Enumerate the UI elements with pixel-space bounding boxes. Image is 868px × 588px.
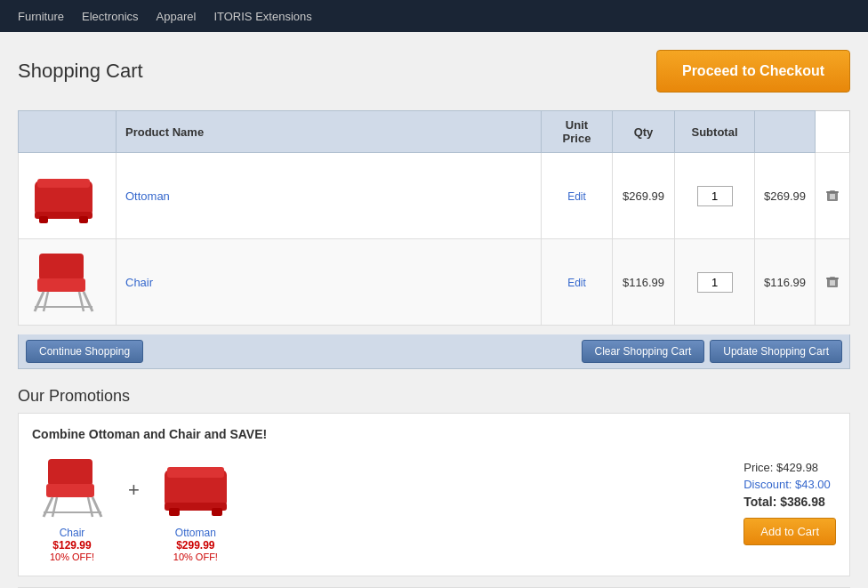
svg-line-13 [35, 292, 44, 311]
svg-rect-32 [167, 467, 224, 478]
combo-price-label: Price: [743, 461, 773, 474]
chair-image [28, 246, 99, 318]
col-qty: Qty [613, 111, 675, 153]
svg-line-27 [92, 497, 101, 517]
promotions-title: Our Promotions [18, 387, 850, 406]
svg-line-26 [44, 497, 52, 517]
chair-name-cell: Chair [117, 239, 542, 326]
chair-delete-icon[interactable] [824, 273, 840, 292]
svg-rect-24 [48, 459, 92, 486]
col-actions [755, 111, 816, 153]
svg-rect-25 [46, 484, 94, 497]
cart-header-row: Shopping Cart Proceed to Checkout [18, 50, 850, 93]
promo-ottoman-price: $299.99 [176, 539, 214, 552]
combo-total-value: $386.98 [780, 495, 825, 509]
svg-line-15 [44, 292, 48, 311]
combo-original-price: $429.98 [776, 461, 818, 474]
nav-item-electronics[interactable]: Electronics [82, 10, 139, 23]
ottoman-delete-icon[interactable] [824, 187, 840, 205]
page-title: Shopping Cart [18, 60, 143, 83]
chair-product-link[interactable]: Chair [125, 276, 153, 289]
chair-subtotal-cell: $116.99 [755, 239, 816, 326]
col-product-name: Product Name [117, 111, 542, 153]
combo-discount-line: Discount: $43.00 [743, 478, 836, 491]
ottoman-price-cell: $269.99 [613, 153, 675, 239]
ottoman-qty-input[interactable] [697, 186, 733, 206]
promo-chair-price: $129.99 [52, 539, 91, 552]
top-nav: Furniture Electronics Apparel ITORIS Ext… [0, 0, 868, 32]
svg-rect-11 [39, 254, 84, 280]
cart-table: Product Name Unit Price Qty Subtotal [18, 110, 850, 326]
continue-shopping-button[interactable]: Continue Shopping [26, 340, 143, 363]
chair-edit-link[interactable]: Edit [567, 277, 586, 289]
promo-ottoman-discount: 10% OFF! [173, 552, 218, 562]
proceed-to-checkout-button[interactable]: Proceed to Checkout [656, 50, 850, 93]
table-row: Ottoman Edit $269.99 $269.99 [19, 153, 850, 239]
combo-total-label: Total: [743, 495, 776, 509]
ottoman-delete-cell [816, 153, 850, 239]
combo-promo-title: Combine Ottoman and Chair and SAVE! [32, 427, 836, 441]
chair-qty-cell [675, 239, 755, 326]
ottoman-qty-cell [675, 153, 755, 239]
svg-rect-3 [39, 216, 48, 223]
ottoman-image [28, 160, 99, 231]
ottoman-edit-cell: Edit [542, 153, 613, 239]
clear-cart-button[interactable]: Clear Shopping Cart [582, 340, 705, 363]
promo-ottoman-image [156, 452, 236, 523]
combo-discount-value: $43.00 [795, 478, 831, 491]
ottoman-product-link[interactable]: Ottoman [125, 189, 170, 203]
promo-ottoman-item: Ottoman $299.99 10% OFF! [156, 452, 236, 562]
ottoman-subtotal-cell: $269.99 [755, 153, 816, 239]
promo-ottoman-link[interactable]: Ottoman [175, 527, 216, 539]
page-content: Shopping Cart Proceed to Checkout Produc… [0, 32, 868, 588]
svg-rect-35 [212, 508, 222, 516]
plus-icon: + [128, 479, 140, 502]
combo-promo: Combine Ottoman and Chair and SAVE! [18, 413, 850, 576]
combo-pricing: Price: $429.98 Discount: $43.00 Total: $… [743, 452, 836, 545]
svg-rect-34 [169, 508, 180, 516]
chair-edit-cell: Edit [542, 239, 613, 326]
chair-qty-input[interactable] [697, 272, 733, 293]
combo-price-line: Price: $429.98 [743, 461, 836, 474]
combo-promo-row: Chair $129.99 10% OFF! + [32, 452, 836, 562]
col-image [19, 111, 117, 153]
nav-item-apparel[interactable]: Apparel [157, 10, 197, 23]
svg-line-14 [84, 292, 92, 311]
combo-discount-label: Discount: [743, 478, 792, 491]
cart-actions: Continue Shopping Clear Shopping Cart Up… [18, 334, 850, 369]
svg-line-16 [79, 292, 84, 311]
ottoman-edit-link[interactable]: Edit [567, 190, 586, 203]
promotions-section: Our Promotions Combine Ottoman and Chair… [18, 387, 850, 588]
ottoman-image-cell [19, 153, 117, 239]
svg-line-29 [88, 497, 92, 517]
svg-rect-20 [826, 278, 839, 279]
combo-add-to-cart-button[interactable]: Add to Cart [743, 518, 836, 545]
col-unit-price: Unit Price [542, 111, 613, 153]
col-subtotal: Subtotal [675, 111, 755, 153]
update-cart-button[interactable]: Update Shopping Cart [710, 340, 842, 363]
chair-price-cell: $116.99 [613, 239, 675, 326]
promo-chair-image [32, 452, 112, 523]
svg-rect-1 [37, 179, 90, 188]
nav-item-itoris[interactable]: ITORIS Extensions [213, 10, 311, 23]
svg-rect-4 [79, 216, 88, 223]
combo-total-line: Total: $386.98 [743, 495, 836, 509]
promo-chair-discount: 10% OFF! [50, 552, 94, 562]
nav-item-furniture[interactable]: Furniture [18, 10, 64, 23]
cart-actions-right: Clear Shopping Cart Update Shopping Cart [582, 340, 842, 363]
promo-chair-link[interactable]: Chair [60, 527, 85, 539]
chair-image-cell [19, 239, 117, 326]
table-row: Chair Edit $116.99 $116.99 [19, 239, 850, 326]
svg-rect-12 [37, 278, 85, 292]
svg-rect-7 [826, 191, 839, 193]
promo-chair-item: Chair $129.99 10% OFF! [32, 452, 112, 562]
ottoman-name-cell: Ottoman [117, 153, 542, 239]
svg-line-28 [52, 497, 57, 517]
chair-delete-cell [816, 239, 850, 326]
